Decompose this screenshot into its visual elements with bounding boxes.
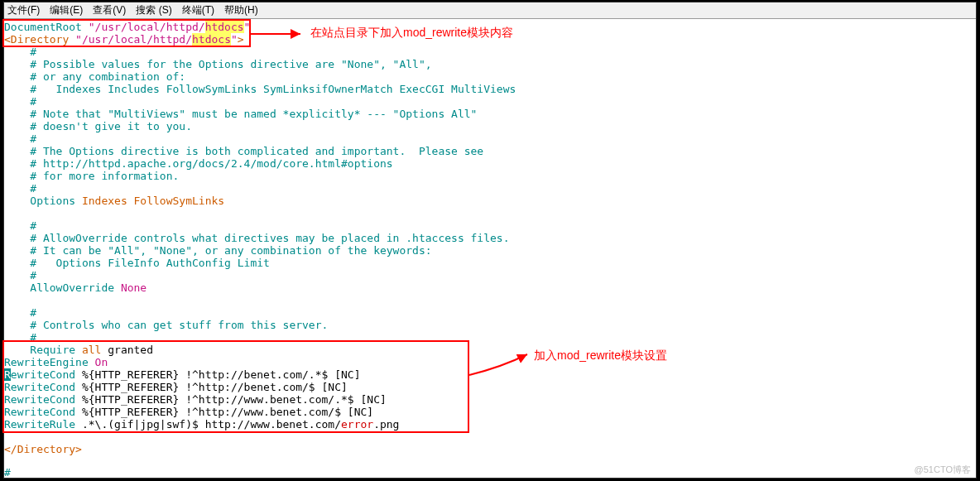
line-rewritecond4: RewriteCond %{HTTP_REFERER} !^http://www… bbox=[4, 406, 373, 418]
annotation-top: 在站点目录下加入mod_rewrite模块内容 bbox=[310, 26, 513, 41]
line-comment: # The Options directive is both complica… bbox=[4, 145, 483, 157]
line-comment: # http://httpd.apache.org/docs/2.4/mod/c… bbox=[4, 157, 393, 170]
line-rewriterule: RewriteRule .*\.(gif|jpg|swf)$ http://ww… bbox=[4, 418, 399, 430]
line-options: Options Indexes FollowSymLinks bbox=[4, 195, 224, 207]
menu-view[interactable]: 查看(V) bbox=[93, 3, 126, 17]
line-enddirectory: </Directory> bbox=[4, 443, 82, 455]
editor-area[interactable]: DocumentRoot "/usr/local/httpd/htdocs" <… bbox=[4, 19, 976, 478]
line-rewriteengine: RewriteEngine On bbox=[4, 356, 108, 368]
watermark: @51CTO博客 bbox=[915, 464, 971, 476]
line-rewritecond1: RewriteCond %{HTTP_REFERER} !^http://ben… bbox=[4, 368, 360, 381]
line-comment: # doesn't give it to you. bbox=[4, 120, 192, 132]
menu-file[interactable]: 文件(F) bbox=[7, 3, 40, 17]
line-docroot: DocumentRoot "/usr/local/httpd/htdocs" bbox=[4, 21, 250, 33]
editor-window: 文件(F) 编辑(E) 查看(V) 搜索 (S) 终端(T) 帮助(H) Doc… bbox=[3, 2, 977, 479]
line-comment: # bbox=[4, 46, 36, 58]
line-comment: # bbox=[4, 331, 36, 344]
menu-terminal[interactable]: 终端(T) bbox=[182, 3, 214, 17]
line-comment: # bbox=[4, 269, 36, 281]
line-comment: # Controls who can get stuff from this s… bbox=[4, 319, 328, 331]
line-comment: # bbox=[4, 219, 36, 232]
line-comment: # AllowOverride controls what directives… bbox=[4, 232, 510, 244]
line-comment: # bbox=[4, 95, 36, 108]
line-comment: # bbox=[4, 132, 36, 145]
line-allowoverride: AllowOverride None bbox=[4, 281, 147, 294]
line-rewritecond2: RewriteCond %{HTTP_REFERER} !^http://ben… bbox=[4, 381, 348, 393]
menu-search[interactable]: 搜索 (S) bbox=[136, 3, 171, 17]
menu-help[interactable]: 帮助(H) bbox=[224, 3, 258, 17]
line-comment: # for more information. bbox=[4, 170, 179, 182]
line-comment: # It can be "All", "None", or any combin… bbox=[4, 244, 432, 257]
line-rewritecond3: RewriteCond %{HTTP_REFERER} !^http://www… bbox=[4, 393, 387, 406]
line-require: Require all granted bbox=[4, 344, 153, 356]
line-comment: # or any combination of: bbox=[4, 70, 185, 83]
line-comment: # Options FileInfo AuthConfig Limit bbox=[4, 257, 270, 269]
annotation-mid: 加入mod_rewrite模块设置 bbox=[534, 349, 667, 363]
line-comment: # bbox=[4, 182, 36, 195]
line-comment: # bbox=[4, 306, 36, 319]
line-hash: # bbox=[4, 466, 11, 479]
arrow-top bbox=[251, 26, 309, 45]
line-comment: # Possible values for the Options direct… bbox=[4, 58, 432, 70]
menu-edit[interactable]: 编辑(E) bbox=[50, 3, 83, 17]
line-directory: <Directory "/usr/local/httpd/htdocs"> bbox=[4, 33, 244, 46]
line-comment: # Indexes Includes FollowSymLinks SymLin… bbox=[4, 83, 516, 95]
line-comment: # Note that "MultiViews" must be named *… bbox=[4, 108, 477, 120]
menubar: 文件(F) 编辑(E) 查看(V) 搜索 (S) 终端(T) 帮助(H) bbox=[4, 2, 976, 19]
arrow-mid bbox=[469, 350, 536, 386]
